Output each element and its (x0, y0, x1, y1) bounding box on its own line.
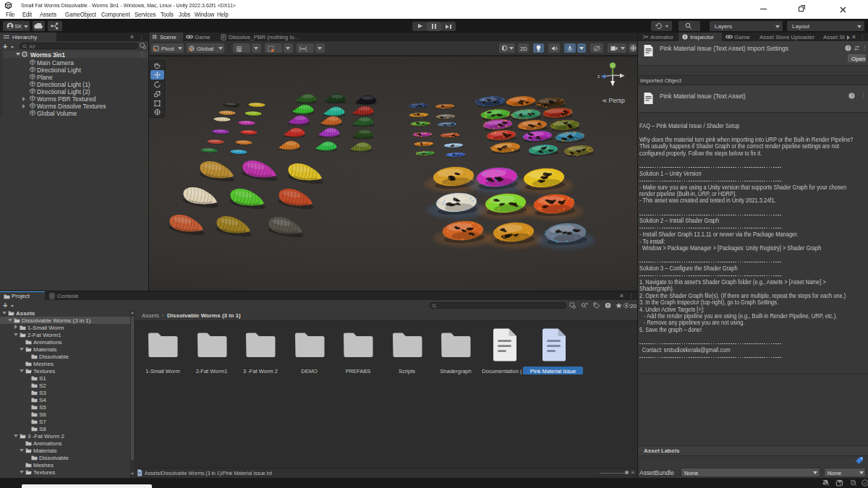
svg-text:?: ? (851, 93, 854, 98)
svg-text:xy: xy (238, 49, 242, 52)
svg-text:z: z (597, 74, 600, 79)
svg-text:?: ? (847, 46, 850, 51)
